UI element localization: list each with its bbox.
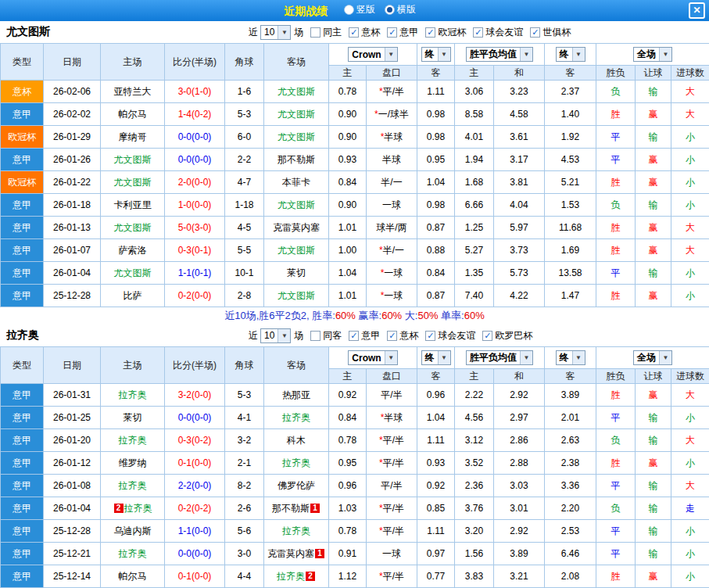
league-badge: 意甲 <box>1 543 43 565</box>
date-cell: 26-01-26 <box>44 149 101 171</box>
avg-home-odds-cell: 1.68 <box>455 171 494 194</box>
checkbox-unchecked-icon <box>310 27 320 38</box>
favorite-star-icon: * <box>379 435 383 446</box>
scope-select-cell: 全场▼ <box>596 347 709 369</box>
col-header-hc-away: 客 <box>417 369 455 384</box>
hc-line-cell: *一球 <box>367 262 417 285</box>
hc-away-odds-cell: 0.98 <box>417 126 455 149</box>
hc-line-cell: 半球 <box>367 149 417 171</box>
avg-odds-select[interactable]: 胜平负均值▼ <box>466 350 533 365</box>
col-header-hc-line: 盘口 <box>367 369 417 384</box>
league-cell: 意甲 <box>1 565 44 588</box>
hc-line-cell: *半/一 <box>367 239 417 262</box>
red-card-badge: 1 <box>315 549 324 558</box>
avg-odds-select[interactable]: 胜平负均值▼ <box>466 47 533 62</box>
titlebar: 近期战绩 竖版横版 ✕ <box>0 0 709 21</box>
hc-line-cell: *半球 <box>367 407 417 429</box>
avg-home-odds-cell: 4.01 <box>455 126 494 149</box>
layout-radio-option[interactable]: 竖版 <box>344 3 375 16</box>
corners-cell: 4-7 <box>225 171 264 194</box>
summary-segment: 单率: <box>438 310 464 321</box>
scope-select[interactable]: 全场▼ <box>633 47 672 62</box>
odds-company-select[interactable]: Crown▼ <box>348 47 397 62</box>
date-cell: 26-01-08 <box>44 475 101 497</box>
odds-company-select[interactable]: Crown▼ <box>348 350 397 365</box>
filter-checkbox-item[interactable]: ✓意杯 <box>387 329 418 342</box>
home-team-cell: 尤文图斯 <box>101 262 165 285</box>
avg-draw-odds-cell: 5.73 <box>494 262 545 285</box>
goals-result-cell: 大 <box>671 103 709 126</box>
hc-home-odds-cell: 0.78 <box>329 81 367 103</box>
away-team-cell: 尤文图斯 <box>264 103 329 126</box>
league-cell: 意甲 <box>1 194 44 217</box>
checkbox-checked-icon: ✓ <box>349 331 359 341</box>
avg-time-select[interactable]: 终▼ <box>556 350 585 365</box>
league-filter-checkboxes: 同客✓意甲✓意杯✓球会友谊✓欧罗巴杯 <box>303 329 532 342</box>
team-label: 尤文图斯 <box>114 222 152 233</box>
home-team-cell: 拉齐奥 <box>101 543 165 565</box>
filter-checkbox-item[interactable]: ✓欧罗巴杯 <box>482 329 532 342</box>
result-cell: 胜 <box>596 565 636 588</box>
avg-away-odds-cell: 3.36 <box>545 475 596 497</box>
hc-away-odds-cell: 0.84 <box>417 262 455 285</box>
favorite-star-icon: * <box>374 109 378 120</box>
filter-checkbox-item[interactable]: ✓意杯 <box>349 26 380 39</box>
handicap-result-cell: 赢 <box>636 384 671 407</box>
filter-checkbox-item[interactable]: ✓球会友谊 <box>473 26 523 39</box>
odds-time-select[interactable]: 终▼ <box>421 350 451 365</box>
handicap-result-cell: 赢 <box>636 171 671 194</box>
filter-checkbox-item[interactable]: 同客 <box>310 329 342 342</box>
team-label: 莱切 <box>124 412 142 423</box>
hc-home-odds-cell: 0.95 <box>329 452 367 475</box>
result-cell: 平 <box>596 543 636 565</box>
handicap-result-cell: 输 <box>636 81 671 103</box>
radio-label: 横版 <box>397 3 416 16</box>
date-cell: 26-02-06 <box>44 81 101 103</box>
close-button[interactable]: ✕ <box>689 2 705 19</box>
league-cell: 意甲 <box>1 520 44 543</box>
score-cell: 0-0(0-0) <box>165 126 225 149</box>
avg-draw-odds-cell: 3.03 <box>494 475 545 497</box>
corners-cell: 6-0 <box>225 126 264 149</box>
avg-home-odds-cell: 3.12 <box>455 429 494 452</box>
avg-away-odds-cell: 2.01 <box>545 407 596 429</box>
away-team-cell: 尤文图斯 <box>264 81 329 103</box>
games-count-select[interactable]: 10 ▼ <box>260 25 291 40</box>
avg-draw-odds-cell: 2.97 <box>494 407 545 429</box>
games-count-select[interactable]: 10 ▼ <box>260 328 291 343</box>
avg-time-select[interactable]: 终▼ <box>556 47 585 62</box>
favorite-star-icon: * <box>381 131 385 142</box>
date-cell: 25-12-21 <box>44 543 101 565</box>
avg-away-odds-cell: 2.08 <box>545 565 596 588</box>
home-team-cell: 尤文图斯 <box>101 149 165 171</box>
goals-result-cell: 大 <box>671 217 709 239</box>
date-cell: 25-12-14 <box>44 565 101 588</box>
scope-select[interactable]: 全场▼ <box>633 350 672 365</box>
league-cell: 欧冠杯 <box>1 126 44 149</box>
avg-home-odds-cell: 1.35 <box>455 262 494 285</box>
league-cell: 欧冠杯 <box>1 171 44 194</box>
odds-time-select[interactable]: 终▼ <box>421 47 451 62</box>
result-cell: 胜 <box>596 217 636 239</box>
favorite-star-icon: * <box>381 267 385 278</box>
hc-line-cell: *半球 <box>367 126 417 149</box>
handicap-result-cell: 输 <box>636 194 671 217</box>
filter-checkbox-item[interactable]: ✓球会友谊 <box>425 329 475 342</box>
filter-checkbox-item[interactable]: ✓世俱杯 <box>530 26 571 39</box>
result-cell: 胜 <box>596 171 636 194</box>
layout-radio-selected[interactable]: 横版 <box>385 3 416 16</box>
goals-result-cell: 小 <box>671 452 709 475</box>
score-cell: 0-1(0-0) <box>165 565 225 588</box>
avg-home-odds-cell: 6.66 <box>455 194 494 217</box>
checkbox-checked-icon: ✓ <box>482 331 492 341</box>
score-cell: 0-0(0-0) <box>165 543 225 565</box>
filter-checkbox-item[interactable]: 同主 <box>310 26 342 39</box>
filter-checkbox-item[interactable]: ✓欧冠杯 <box>425 26 466 39</box>
avg-away-odds-cell: 1.53 <box>545 194 596 217</box>
filter-checkbox-item[interactable]: ✓意甲 <box>387 26 418 39</box>
team-name: 尤文图斯 <box>6 25 50 39</box>
filter-checkbox-item[interactable]: ✓意甲 <box>349 329 380 342</box>
away-team-cell: 拉齐奥 <box>264 520 329 543</box>
team-label: 拉齐奥 <box>119 480 147 491</box>
corners-cell: 2-1 <box>225 452 264 475</box>
